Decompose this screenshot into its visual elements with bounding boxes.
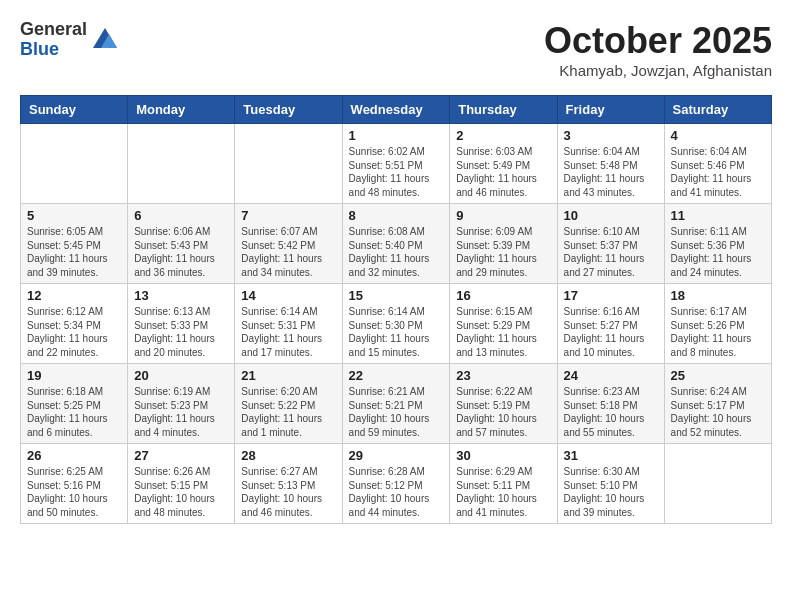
calendar-cell: 3Sunrise: 6:04 AM Sunset: 5:48 PM Daylig… bbox=[557, 124, 664, 204]
calendar-day-header: Wednesday bbox=[342, 96, 450, 124]
calendar-cell: 4Sunrise: 6:04 AM Sunset: 5:46 PM Daylig… bbox=[664, 124, 771, 204]
calendar-cell: 29Sunrise: 6:28 AM Sunset: 5:12 PM Dayli… bbox=[342, 444, 450, 524]
day-info: Sunrise: 6:26 AM Sunset: 5:15 PM Dayligh… bbox=[134, 465, 228, 519]
logo: General Blue bbox=[20, 20, 119, 60]
day-number: 17 bbox=[564, 288, 658, 303]
calendar-week-row: 1Sunrise: 6:02 AM Sunset: 5:51 PM Daylig… bbox=[21, 124, 772, 204]
calendar-week-row: 12Sunrise: 6:12 AM Sunset: 5:34 PM Dayli… bbox=[21, 284, 772, 364]
calendar-cell: 28Sunrise: 6:27 AM Sunset: 5:13 PM Dayli… bbox=[235, 444, 342, 524]
day-info: Sunrise: 6:04 AM Sunset: 5:46 PM Dayligh… bbox=[671, 145, 765, 199]
day-number: 25 bbox=[671, 368, 765, 383]
calendar-day-header: Saturday bbox=[664, 96, 771, 124]
day-info: Sunrise: 6:15 AM Sunset: 5:29 PM Dayligh… bbox=[456, 305, 550, 359]
calendar-day-header: Friday bbox=[557, 96, 664, 124]
day-number: 10 bbox=[564, 208, 658, 223]
day-info: Sunrise: 6:23 AM Sunset: 5:18 PM Dayligh… bbox=[564, 385, 658, 439]
calendar-cell bbox=[128, 124, 235, 204]
day-info: Sunrise: 6:14 AM Sunset: 5:30 PM Dayligh… bbox=[349, 305, 444, 359]
day-number: 5 bbox=[27, 208, 121, 223]
day-number: 22 bbox=[349, 368, 444, 383]
day-number: 18 bbox=[671, 288, 765, 303]
day-number: 11 bbox=[671, 208, 765, 223]
calendar-cell: 11Sunrise: 6:11 AM Sunset: 5:36 PM Dayli… bbox=[664, 204, 771, 284]
calendar-cell: 30Sunrise: 6:29 AM Sunset: 5:11 PM Dayli… bbox=[450, 444, 557, 524]
day-number: 15 bbox=[349, 288, 444, 303]
calendar-cell: 31Sunrise: 6:30 AM Sunset: 5:10 PM Dayli… bbox=[557, 444, 664, 524]
day-info: Sunrise: 6:24 AM Sunset: 5:17 PM Dayligh… bbox=[671, 385, 765, 439]
calendar-cell: 12Sunrise: 6:12 AM Sunset: 5:34 PM Dayli… bbox=[21, 284, 128, 364]
calendar-cell: 23Sunrise: 6:22 AM Sunset: 5:19 PM Dayli… bbox=[450, 364, 557, 444]
day-info: Sunrise: 6:30 AM Sunset: 5:10 PM Dayligh… bbox=[564, 465, 658, 519]
day-number: 1 bbox=[349, 128, 444, 143]
day-info: Sunrise: 6:18 AM Sunset: 5:25 PM Dayligh… bbox=[27, 385, 121, 439]
calendar-header-row: SundayMondayTuesdayWednesdayThursdayFrid… bbox=[21, 96, 772, 124]
day-info: Sunrise: 6:10 AM Sunset: 5:37 PM Dayligh… bbox=[564, 225, 658, 279]
calendar-cell: 14Sunrise: 6:14 AM Sunset: 5:31 PM Dayli… bbox=[235, 284, 342, 364]
day-info: Sunrise: 6:16 AM Sunset: 5:27 PM Dayligh… bbox=[564, 305, 658, 359]
day-info: Sunrise: 6:14 AM Sunset: 5:31 PM Dayligh… bbox=[241, 305, 335, 359]
calendar-cell: 1Sunrise: 6:02 AM Sunset: 5:51 PM Daylig… bbox=[342, 124, 450, 204]
day-number: 27 bbox=[134, 448, 228, 463]
day-number: 9 bbox=[456, 208, 550, 223]
calendar-day-header: Monday bbox=[128, 96, 235, 124]
calendar-week-row: 26Sunrise: 6:25 AM Sunset: 5:16 PM Dayli… bbox=[21, 444, 772, 524]
day-info: Sunrise: 6:09 AM Sunset: 5:39 PM Dayligh… bbox=[456, 225, 550, 279]
logo-blue-text: Blue bbox=[20, 40, 87, 60]
calendar-cell: 21Sunrise: 6:20 AM Sunset: 5:22 PM Dayli… bbox=[235, 364, 342, 444]
day-info: Sunrise: 6:13 AM Sunset: 5:33 PM Dayligh… bbox=[134, 305, 228, 359]
day-number: 14 bbox=[241, 288, 335, 303]
day-info: Sunrise: 6:07 AM Sunset: 5:42 PM Dayligh… bbox=[241, 225, 335, 279]
calendar-week-row: 5Sunrise: 6:05 AM Sunset: 5:45 PM Daylig… bbox=[21, 204, 772, 284]
day-number: 19 bbox=[27, 368, 121, 383]
day-info: Sunrise: 6:12 AM Sunset: 5:34 PM Dayligh… bbox=[27, 305, 121, 359]
calendar-day-header: Thursday bbox=[450, 96, 557, 124]
day-number: 12 bbox=[27, 288, 121, 303]
calendar-cell bbox=[235, 124, 342, 204]
day-info: Sunrise: 6:28 AM Sunset: 5:12 PM Dayligh… bbox=[349, 465, 444, 519]
calendar-cell: 19Sunrise: 6:18 AM Sunset: 5:25 PM Dayli… bbox=[21, 364, 128, 444]
calendar-cell: 16Sunrise: 6:15 AM Sunset: 5:29 PM Dayli… bbox=[450, 284, 557, 364]
calendar-cell: 24Sunrise: 6:23 AM Sunset: 5:18 PM Dayli… bbox=[557, 364, 664, 444]
calendar-cell: 17Sunrise: 6:16 AM Sunset: 5:27 PM Dayli… bbox=[557, 284, 664, 364]
calendar-cell: 13Sunrise: 6:13 AM Sunset: 5:33 PM Dayli… bbox=[128, 284, 235, 364]
logo-general-text: General bbox=[20, 20, 87, 40]
calendar-cell: 5Sunrise: 6:05 AM Sunset: 5:45 PM Daylig… bbox=[21, 204, 128, 284]
day-info: Sunrise: 6:06 AM Sunset: 5:43 PM Dayligh… bbox=[134, 225, 228, 279]
calendar-cell bbox=[21, 124, 128, 204]
calendar-day-header: Sunday bbox=[21, 96, 128, 124]
day-info: Sunrise: 6:17 AM Sunset: 5:26 PM Dayligh… bbox=[671, 305, 765, 359]
day-number: 4 bbox=[671, 128, 765, 143]
day-info: Sunrise: 6:03 AM Sunset: 5:49 PM Dayligh… bbox=[456, 145, 550, 199]
calendar-cell: 20Sunrise: 6:19 AM Sunset: 5:23 PM Dayli… bbox=[128, 364, 235, 444]
calendar-cell: 18Sunrise: 6:17 AM Sunset: 5:26 PM Dayli… bbox=[664, 284, 771, 364]
day-number: 16 bbox=[456, 288, 550, 303]
day-number: 23 bbox=[456, 368, 550, 383]
calendar-cell: 27Sunrise: 6:26 AM Sunset: 5:15 PM Dayli… bbox=[128, 444, 235, 524]
day-number: 28 bbox=[241, 448, 335, 463]
day-info: Sunrise: 6:08 AM Sunset: 5:40 PM Dayligh… bbox=[349, 225, 444, 279]
day-number: 20 bbox=[134, 368, 228, 383]
day-number: 24 bbox=[564, 368, 658, 383]
day-number: 30 bbox=[456, 448, 550, 463]
calendar-cell: 8Sunrise: 6:08 AM Sunset: 5:40 PM Daylig… bbox=[342, 204, 450, 284]
month-title: October 2025 bbox=[544, 20, 772, 62]
day-number: 6 bbox=[134, 208, 228, 223]
calendar-cell: 25Sunrise: 6:24 AM Sunset: 5:17 PM Dayli… bbox=[664, 364, 771, 444]
day-number: 8 bbox=[349, 208, 444, 223]
day-info: Sunrise: 6:25 AM Sunset: 5:16 PM Dayligh… bbox=[27, 465, 121, 519]
calendar-cell: 15Sunrise: 6:14 AM Sunset: 5:30 PM Dayli… bbox=[342, 284, 450, 364]
day-info: Sunrise: 6:02 AM Sunset: 5:51 PM Dayligh… bbox=[349, 145, 444, 199]
day-info: Sunrise: 6:05 AM Sunset: 5:45 PM Dayligh… bbox=[27, 225, 121, 279]
day-info: Sunrise: 6:27 AM Sunset: 5:13 PM Dayligh… bbox=[241, 465, 335, 519]
day-info: Sunrise: 6:29 AM Sunset: 5:11 PM Dayligh… bbox=[456, 465, 550, 519]
page-header: General Blue October 2025 Khamyab, Jowzj… bbox=[20, 20, 772, 79]
title-section: October 2025 Khamyab, Jowzjan, Afghanist… bbox=[544, 20, 772, 79]
calendar-cell: 2Sunrise: 6:03 AM Sunset: 5:49 PM Daylig… bbox=[450, 124, 557, 204]
day-number: 7 bbox=[241, 208, 335, 223]
calendar-week-row: 19Sunrise: 6:18 AM Sunset: 5:25 PM Dayli… bbox=[21, 364, 772, 444]
location: Khamyab, Jowzjan, Afghanistan bbox=[544, 62, 772, 79]
calendar-cell: 26Sunrise: 6:25 AM Sunset: 5:16 PM Dayli… bbox=[21, 444, 128, 524]
day-info: Sunrise: 6:20 AM Sunset: 5:22 PM Dayligh… bbox=[241, 385, 335, 439]
calendar-cell: 22Sunrise: 6:21 AM Sunset: 5:21 PM Dayli… bbox=[342, 364, 450, 444]
day-info: Sunrise: 6:21 AM Sunset: 5:21 PM Dayligh… bbox=[349, 385, 444, 439]
